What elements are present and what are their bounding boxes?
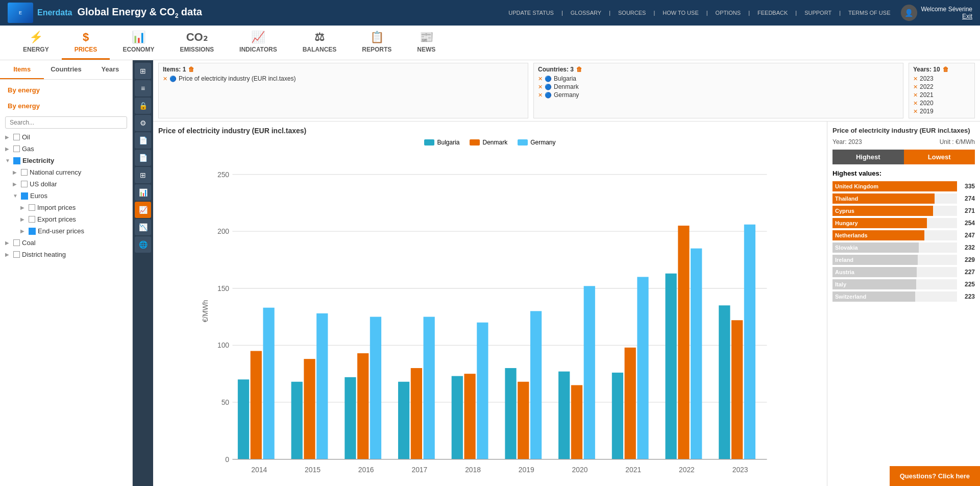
svg-rect-21 <box>345 377 356 459</box>
svg-rect-42 <box>625 348 636 459</box>
svg-rect-46 <box>678 226 689 459</box>
svg-rect-41 <box>612 373 623 459</box>
tab-items[interactable]: Items <box>0 60 44 79</box>
nav-options[interactable]: OPTIONS <box>716 10 741 16</box>
import-prices-checkbox[interactable] <box>29 204 35 211</box>
legend-germany: Germany <box>518 139 555 146</box>
tree-euros[interactable]: ▼ Euros <box>0 190 132 202</box>
tree-electricity[interactable]: ▼ Electricity <box>0 155 132 166</box>
user-avatar[interactable]: 👤 <box>901 5 917 21</box>
header: E Enerdata Global Energy & CO2 data UPDA… <box>0 0 980 26</box>
oil-label: Oil <box>22 133 30 141</box>
year-2023: 2023 <box>920 75 934 82</box>
right-panel-year: Year: 2023 <box>832 138 862 145</box>
nav-glossary[interactable]: GLOSSARY <box>571 10 601 16</box>
toolbar-line-btn[interactable]: 📈 <box>135 202 151 218</box>
search-input[interactable] <box>5 116 127 129</box>
ranking-bar: Ireland <box>832 255 918 265</box>
questions-button[interactable]: Questions? Click here <box>890 466 980 486</box>
nav-terms[interactable]: TERMS OF USE <box>848 10 891 16</box>
logo[interactable]: E Enerdata <box>8 3 72 23</box>
legend-bulgaria-color <box>424 139 434 145</box>
item-remove-icon[interactable]: ✕ <box>163 76 167 82</box>
sidebar-content: By energy By energy ▶ Oil ▶ Gas ▼ Electr… <box>0 80 132 486</box>
countries-trash[interactable]: 🗑 <box>576 66 582 73</box>
toolbar-globe-btn[interactable]: 🌐 <box>135 236 151 253</box>
nav-reports[interactable]: 📋 REPORTS <box>349 26 404 60</box>
tree-coal[interactable]: ▶ Coal <box>0 237 132 249</box>
year-remove-icon[interactable]: ✕ <box>913 108 918 115</box>
tree-end-user-prices[interactable]: ▶ End-user prices <box>0 225 132 237</box>
svg-rect-37 <box>558 372 570 459</box>
nav-energy[interactable]: ⚡ ENERGY <box>10 26 62 60</box>
year-remove-icon[interactable]: ✕ <box>913 84 918 90</box>
news-icon: 📰 <box>420 31 433 44</box>
toolbar-table-btn[interactable]: ⊞ <box>135 167 151 183</box>
country-globe-icon: 🔵 <box>545 84 552 90</box>
nav-prices[interactable]: $ PRICES <box>62 26 110 60</box>
countries-group: Countries: 3 🗑 ✕ 🔵 Bulgaria ✕ 🔵 Denmark … <box>533 63 903 118</box>
toolbar-list-btn[interactable]: ≡ <box>135 80 151 96</box>
national-currency-checkbox[interactable] <box>21 169 28 176</box>
nav-economy-label: ECONOMY <box>122 46 154 53</box>
nav-indicators[interactable]: 📈 INDICATORS <box>227 26 290 60</box>
nav-news[interactable]: 📰 NEWS <box>404 26 448 60</box>
tree-us-dollar[interactable]: ▶ US dollar <box>0 178 132 190</box>
user-info: Welcome Séverine Exit <box>921 6 973 20</box>
tree-gas[interactable]: ▶ Gas <box>0 143 132 155</box>
user-section: 👤 Welcome Séverine Exit <box>901 5 973 21</box>
svg-rect-23 <box>370 317 381 459</box>
svg-text:0: 0 <box>225 455 229 464</box>
coal-checkbox[interactable] <box>13 239 20 246</box>
toolbar-bar-btn[interactable]: 📊 <box>135 184 151 201</box>
tree-import-prices[interactable]: ▶ Import prices <box>0 202 132 213</box>
years-trash[interactable]: 🗑 <box>943 66 949 73</box>
year-2019: 2019 <box>920 108 934 115</box>
tree-district-heating[interactable]: ▶ District heating <box>0 249 132 260</box>
chevron-icon: ▶ <box>13 169 19 175</box>
year-remove-icon[interactable]: ✕ <box>913 76 918 82</box>
svg-rect-31 <box>477 323 488 459</box>
year-tag-2022: ✕ 2022 <box>913 83 934 91</box>
country-remove-icon[interactable]: ✕ <box>538 76 543 82</box>
items-trash[interactable]: 🗑 <box>188 66 194 73</box>
toolbar-settings-btn[interactable]: ⚙ <box>135 115 151 131</box>
lowest-toggle[interactable]: Lowest <box>904 150 975 164</box>
nav-emissions[interactable]: CO₂ EMISSIONS <box>167 26 227 60</box>
nav-sources[interactable]: SOURCES <box>618 10 646 16</box>
country-remove-icon[interactable]: ✕ <box>538 92 543 99</box>
header-nav: UPDATE STATUS | GLOSSARY | SOURCES | HOW… <box>508 10 890 16</box>
gas-checkbox[interactable] <box>13 145 20 152</box>
export-prices-checkbox[interactable] <box>29 216 35 223</box>
nav-update-status[interactable]: UPDATE STATUS <box>508 10 554 16</box>
us-dollar-checkbox[interactable] <box>21 181 28 187</box>
nav-feedback[interactable]: FEEDBACK <box>757 10 788 16</box>
nav-economy[interactable]: 📊 ECONOMY <box>110 26 167 60</box>
tree-national-currency[interactable]: ▶ National currency <box>0 166 132 178</box>
tab-years[interactable]: Years <box>88 60 132 79</box>
tree-oil[interactable]: ▶ Oil <box>0 131 132 143</box>
nav-how-to-use[interactable]: HOW TO USE <box>663 10 699 16</box>
user-exit[interactable]: Exit <box>921 13 973 20</box>
logo-text: Enerdata <box>37 8 72 17</box>
svg-text:2023: 2023 <box>732 466 748 474</box>
year-remove-icon[interactable]: ✕ <box>913 92 918 99</box>
toolbar-view-btn[interactable]: ⊞ <box>135 63 151 79</box>
tab-countries[interactable]: Countries <box>44 60 88 79</box>
toolbar-doc2-btn[interactable]: 📄 <box>135 150 151 166</box>
nav-support[interactable]: SUPPORT <box>804 10 831 16</box>
toolbar-area-btn[interactable]: 📉 <box>135 219 151 235</box>
nav-balances[interactable]: ⚖ BALANCES <box>290 26 350 60</box>
tree-export-prices[interactable]: ▶ Export prices <box>0 213 132 225</box>
toolbar-doc-btn[interactable]: 📄 <box>135 132 151 149</box>
highest-toggle[interactable]: Highest <box>832 150 904 164</box>
toolbar-lock-btn[interactable]: 🔒 <box>135 98 151 114</box>
country-remove-icon[interactable]: ✕ <box>538 84 543 90</box>
nav-separator: | <box>609 10 610 16</box>
chart-main: Price of electricity industry (EUR incl.… <box>153 121 827 486</box>
oil-checkbox[interactable] <box>13 134 20 140</box>
district-heating-checkbox[interactable] <box>13 251 20 258</box>
ranking-bar: Cyprus <box>832 206 933 216</box>
chevron-down-icon: ▼ <box>5 158 11 163</box>
year-remove-icon[interactable]: ✕ <box>913 100 918 107</box>
